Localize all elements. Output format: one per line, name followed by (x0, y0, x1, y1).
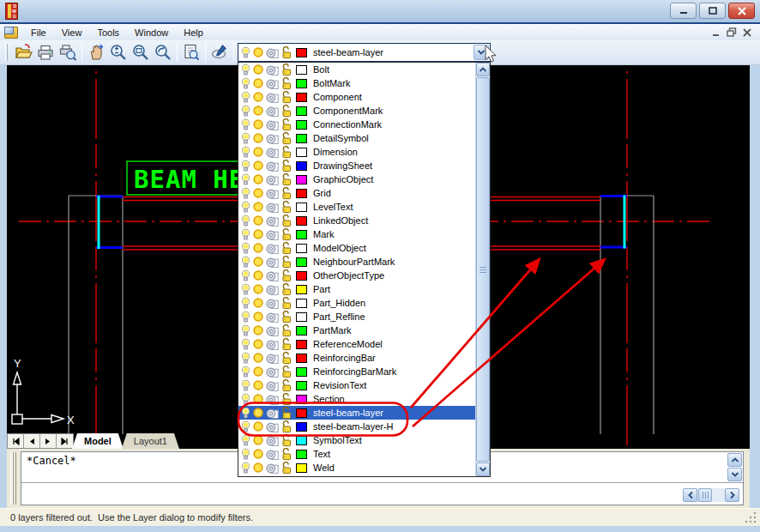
layer-viewport-freeze-icon[interactable] (266, 462, 279, 475)
layer-list-item[interactable]: Part_Hidden (238, 296, 475, 310)
layer-unlock-icon[interactable] (280, 269, 293, 282)
layer-list-item[interactable]: LinkedObject (238, 214, 475, 227)
layer-thaw-sun-icon[interactable] (252, 420, 264, 432)
layer-list-item[interactable]: GraphicObject (238, 172, 475, 186)
minimize-button[interactable] (670, 3, 697, 19)
layer-thaw-sun-icon[interactable] (252, 46, 264, 58)
layer-thaw-sun-icon[interactable] (252, 448, 264, 460)
layer-on-bulb-icon[interactable] (241, 77, 250, 90)
layer-viewport-freeze-icon[interactable] (266, 105, 279, 118)
layer-viewport-freeze-icon[interactable] (266, 297, 279, 310)
layer-unlock-icon[interactable] (280, 63, 293, 76)
layer-unlock-icon[interactable] (280, 46, 293, 59)
layer-viewport-freeze-icon[interactable] (266, 160, 279, 172)
layer-thaw-sun-icon[interactable] (252, 407, 264, 419)
layer-list-item[interactable]: BoltMark (238, 76, 475, 90)
command-window-grip[interactable] (10, 452, 16, 505)
scroll-down-button[interactable] (727, 468, 742, 481)
zoom-window-button[interactable] (130, 42, 152, 63)
layer-thaw-sun-icon[interactable] (252, 215, 264, 227)
layer-on-bulb-icon[interactable] (241, 46, 250, 59)
layer-viewport-freeze-icon[interactable] (266, 338, 279, 351)
next-tab-button[interactable] (40, 434, 57, 448)
layer-unlock-icon[interactable] (280, 352, 293, 365)
layer-thaw-sun-icon[interactable] (252, 462, 264, 474)
layer-viewport-freeze-icon[interactable] (266, 215, 279, 227)
layer-unlock-icon[interactable] (280, 338, 293, 351)
layer-on-bulb-icon[interactable] (241, 242, 250, 255)
layer-on-bulb-icon[interactable] (241, 173, 250, 186)
layer-list-item[interactable]: ReinforcingBar (238, 351, 475, 365)
layer-list-item[interactable]: Section (238, 392, 475, 406)
layer-thaw-sun-icon[interactable] (252, 146, 264, 158)
layer-on-bulb-icon[interactable] (241, 448, 250, 461)
scroll-track[interactable] (712, 488, 725, 502)
layer-list-item[interactable]: Part (238, 282, 475, 296)
layer-on-bulb-icon[interactable] (241, 215, 250, 227)
layer-on-bulb-icon[interactable] (241, 352, 250, 365)
menu-item-file[interactable]: File (23, 26, 54, 39)
layer-thaw-sun-icon[interactable] (252, 379, 264, 391)
layer-thaw-sun-icon[interactable] (252, 338, 264, 350)
layer-on-bulb-icon[interactable] (241, 462, 250, 475)
layer-unlock-icon[interactable] (280, 146, 293, 159)
layer-thaw-sun-icon[interactable] (252, 283, 264, 295)
layer-viewport-freeze-icon[interactable] (266, 118, 279, 131)
layer-on-bulb-icon[interactable] (241, 146, 250, 159)
layer-viewport-freeze-icon[interactable] (266, 448, 279, 461)
layer-on-bulb-icon[interactable] (241, 366, 250, 378)
layer-viewport-freeze-icon[interactable] (266, 366, 279, 378)
layer-unlock-icon[interactable] (280, 324, 293, 337)
layer-unlock-icon[interactable] (280, 132, 293, 145)
layer-unlock-icon[interactable] (280, 201, 293, 214)
zoom-previous-button[interactable] (152, 42, 174, 63)
layer-on-bulb-icon[interactable] (241, 283, 250, 296)
mdi-close-icon[interactable] (743, 28, 751, 37)
layer-list-item[interactable]: SymbolText (238, 433, 475, 447)
first-tab-button[interactable] (8, 434, 24, 448)
pan-button[interactable] (85, 42, 107, 63)
layer-list-item[interactable]: steel-beam-layer (238, 406, 475, 420)
combo-dropdown-button[interactable] (473, 45, 489, 60)
layer-unlock-icon[interactable] (280, 160, 293, 172)
layer-viewport-freeze-icon[interactable] (266, 77, 279, 90)
layer-viewport-freeze-icon[interactable] (266, 352, 279, 365)
layer-viewport-freeze-icon[interactable] (266, 146, 279, 159)
layer-viewport-freeze-icon[interactable] (266, 283, 279, 296)
layer-list-item[interactable]: Part_Refline (238, 310, 475, 323)
print-preview-button[interactable] (57, 42, 79, 63)
layer-on-bulb-icon[interactable] (241, 338, 250, 351)
layer-on-bulb-icon[interactable] (241, 434, 250, 447)
layer-unlock-icon[interactable] (280, 283, 293, 296)
layer-thaw-sun-icon[interactable] (252, 118, 264, 130)
layer-on-bulb-icon[interactable] (241, 91, 250, 104)
layer-viewport-freeze-icon[interactable] (266, 311, 279, 323)
layer-on-bulb-icon[interactable] (241, 201, 250, 214)
layer-viewport-freeze-icon[interactable] (266, 420, 279, 433)
command-input-line[interactable] (21, 483, 743, 505)
print-button[interactable] (34, 42, 57, 63)
layer-list-item[interactable]: DrawingSheet (238, 159, 475, 172)
layer-viewport-freeze-icon[interactable] (266, 228, 279, 241)
layer-thaw-sun-icon[interactable] (252, 77, 264, 89)
layer-thaw-sun-icon[interactable] (252, 187, 264, 199)
menu-item-help[interactable]: Help (176, 26, 211, 39)
scroll-up-button[interactable] (727, 453, 742, 467)
layer-unlock-icon[interactable] (280, 228, 293, 241)
layer-thaw-sun-icon[interactable] (252, 434, 264, 446)
draw-order-button[interactable] (208, 42, 231, 63)
layer-on-bulb-icon[interactable] (241, 228, 250, 241)
tab-layout1[interactable]: Layout1 (122, 433, 179, 449)
layer-unlock-icon[interactable] (280, 434, 293, 447)
layer-on-bulb-icon[interactable] (241, 256, 250, 269)
open-button[interactable] (12, 42, 34, 63)
layer-thaw-sun-icon[interactable] (252, 393, 264, 405)
layer-unlock-icon[interactable] (280, 256, 293, 269)
layer-on-bulb-icon[interactable] (241, 160, 250, 172)
find-button[interactable] (180, 42, 202, 63)
layer-viewport-freeze-icon[interactable] (266, 173, 279, 186)
layer-unlock-icon[interactable] (280, 393, 293, 406)
layer-viewport-freeze-icon[interactable] (266, 269, 279, 282)
layer-thaw-sun-icon[interactable] (252, 352, 264, 364)
layer-list-item[interactable]: PartMark (238, 323, 475, 337)
